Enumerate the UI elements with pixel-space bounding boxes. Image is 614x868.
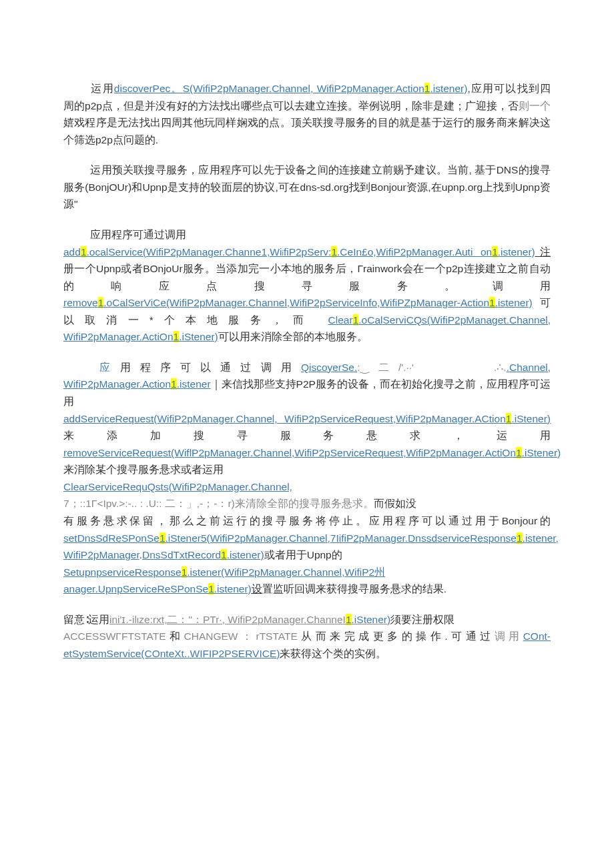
text: 用程序可以通过调用 xyxy=(120,362,301,373)
text: 或者用于Upnp的 xyxy=(264,549,342,560)
text: 置监听回调来获得搜寻服务悬求的结果. xyxy=(262,583,446,594)
text: 注 xyxy=(535,246,551,258)
text: 来添加搜寻服务悬求，运用 xyxy=(63,430,551,441)
paragraph-4: 应用程序可以通过调用QiscoyerSe.:‿⼆/'.∙∙'.∴..Channe… xyxy=(63,359,551,598)
text: 应用程序可通过调用 xyxy=(90,229,186,240)
link-setdnssdresponse[interactable]: setDnsSdReSPonSe1.iStener5(WifiP2pManage… xyxy=(63,532,559,544)
link-clearservicerequests[interactable]: ClearServiceRequQsts(WifiP2pManager.Chan… xyxy=(63,481,292,492)
text: 则一个 xyxy=(519,100,551,111)
text: 来清除全部的搜寻服务悬求。 xyxy=(235,498,374,509)
text: 嬉戏程序是无法找出四周其他玩同样娴戏的点。顶关联搜寻服务的目的就是基于运行的服务… xyxy=(63,117,551,145)
text: 可以用来消除全部的本地服务。 xyxy=(218,331,368,342)
text: 而假如没 xyxy=(374,498,416,509)
link-wifip2pmanager[interactable]: WifiP2pManager xyxy=(63,549,139,560)
link-removeservicerequest[interactable]: removeServiceRequest(WiflP2pManager.Chan… xyxy=(63,447,561,458)
text: ACCESSWΓFTSTATE xyxy=(63,630,166,642)
text: 运用预关联搜寻服务，应用程序可以先于设备之间的连接建立前赐予建议。当前, 基于D… xyxy=(63,164,551,209)
link-addlocalservice[interactable]: add1.ocalService(WifiP2pManager.Channe1,… xyxy=(63,246,535,258)
text: 运用 xyxy=(90,83,114,94)
text: 7；::1Γ<Ιpv.>:-.. : .U:: 二：」,-；-：r) xyxy=(63,498,235,509)
text: 来消除某个搜寻服务悬求或者运用 xyxy=(63,464,224,475)
link-discoverpeers[interactable]: discoverPec。S(WifiP2pManager.Channel, Wi… xyxy=(114,83,468,94)
paragraph-3: 应用程序可通过调用 add1.ocalService(WifiP2pManage… xyxy=(63,226,551,346)
paragraph-5: 留意∶运用ini'ɪ.-ilιze:rxt,二："：PTr∙, WifiP2pM… xyxy=(63,611,551,663)
text: CHANGEW：rTSTATE xyxy=(184,630,298,642)
link-initialize[interactable]: ini'ɪ.-ilιze:rxt,二："：PTr∙, WifiP2pManage… xyxy=(109,614,390,625)
text: 留意∶运用 xyxy=(63,614,109,625)
link-dnssdtxt[interactable]: DnsSdTxtRecord1.istener) xyxy=(142,549,264,560)
text: 调用 xyxy=(495,630,523,642)
text: .∴. xyxy=(494,362,507,373)
document-page: 运用discoverPec。S(WifiP2pManager.Channel, … xyxy=(0,0,614,868)
paragraph-2: 运用预关联搜寻服务，应用程序可以先于设备之间的连接建立前赐予建议。当前, 基于D… xyxy=(63,161,551,213)
text: 应 xyxy=(90,362,119,373)
link-upnpserviceresponse[interactable]: anager.UpnpServiceReSPonSe1.istener) xyxy=(63,583,252,594)
text: 和 xyxy=(166,630,184,642)
text: 册一个Upnp或者BOnjoUr服务。当添加完一小本地的服务后，Γrainwor… xyxy=(63,263,551,292)
link-addservicerequest[interactable]: addServiceRequest(WifiP2pManager.Channel… xyxy=(63,413,551,424)
text: 从而来完成更多的操作.可通过 xyxy=(298,630,495,642)
text: 来获得这个类的实例。 xyxy=(280,648,386,659)
link-setupnpserviceresponse[interactable]: SetupnpserviceResponse1.istener(WifiP2pM… xyxy=(63,566,303,578)
text: 须要注册权限 xyxy=(390,614,454,625)
text: :‿⼆/'.∙∙' xyxy=(357,362,414,373)
paragraph-1: 运用discoverPec。S(WifiP2pManager.Channel, … xyxy=(63,80,551,148)
link-discoverservices[interactable]: QiscoyerSe. xyxy=(301,362,357,373)
link-removelocalservice[interactable]: remove1.oCalSerViCe(WifiP2pManager.Chann… xyxy=(63,297,533,308)
text: 有服务悬求保留，那么之前运行的搜寻服务将停止。应用程序可以通过用于Bonjour… xyxy=(63,515,551,526)
text: 设 xyxy=(252,583,262,594)
